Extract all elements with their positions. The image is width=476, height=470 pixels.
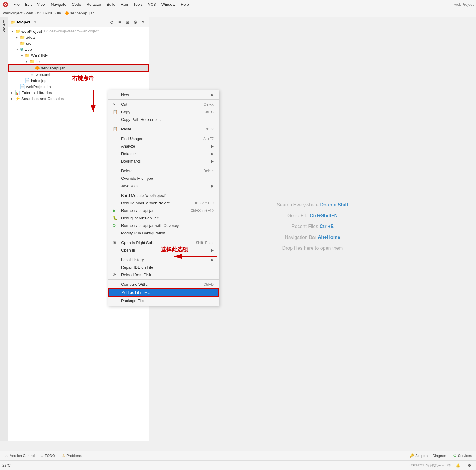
iml-icon: 📄	[20, 84, 25, 89]
status-settings[interactable]: ⚙	[465, 461, 474, 470]
cm-paste[interactable]: 📋 Paste Ctrl+V	[108, 125, 219, 133]
cm-copypath[interactable]: Copy Path/Reference...	[108, 116, 219, 123]
cm-sep-1	[108, 99, 219, 100]
menu-view[interactable]: View	[35, 1, 48, 8]
tree-item-idea[interactable]: ▶ 📁 .idea	[8, 34, 149, 40]
menu-refactor[interactable]: Refactor	[84, 1, 104, 8]
expand-btn[interactable]: ⊞	[124, 19, 131, 26]
hint-navbar: Navigation Bar Alt+Home	[285, 235, 340, 240]
cm-packagefile[interactable]: Package File	[108, 297, 219, 304]
arrow-idea[interactable]: ▶	[16, 36, 20, 39]
problems-icon: ⚠	[62, 453, 65, 458]
menu-build[interactable]: Build	[104, 1, 118, 8]
tab-sequencediagram[interactable]: 🔑 Sequence Diagram	[406, 452, 449, 459]
cm-runwithcoverage[interactable]: ⟳ Run 'servlet-api.jar' with Coverage	[108, 222, 219, 229]
tree-label-indexjsp: index.jsp	[31, 78, 46, 83]
tree-item-root[interactable]: ▼ 📁 webProject D:\ideawork\javasepro\web…	[8, 28, 149, 34]
breadcrumb-item-1[interactable]: web	[26, 11, 33, 15]
arrow-extlibs[interactable]: ▶	[11, 91, 15, 94]
tab-todo[interactable]: ≡ TODO	[38, 452, 58, 459]
tree-item-web[interactable]: ▼ ⊕ web	[8, 46, 149, 52]
cm-run[interactable]: ▶ Run 'servlet-api.jar' Ctrl+Shift+F10	[108, 207, 219, 214]
tree-label-lib: lib	[36, 59, 40, 64]
cm-addaslibrary[interactable]: Add as Library...	[108, 288, 219, 297]
coverage-icon: ⟳	[113, 223, 119, 228]
tab-versioncontrol[interactable]: ⎇ Version Control	[1, 452, 38, 459]
cm-openin[interactable]: Open In ▶	[108, 246, 219, 254]
project-side-panel[interactable]: Project	[0, 17, 8, 441]
cm-copy-label: Copy	[121, 110, 130, 114]
tree-item-servlet-jar[interactable]: 🔶 servlet-api.jar	[8, 64, 149, 72]
cm-repairide[interactable]: Repair IDE on File	[108, 264, 219, 271]
main-layout: Project 📁 Project ▼ ⊙ ≡ ⊞ ⚙ ✕ ▼ 📁 webPro…	[0, 17, 476, 441]
menu-bar: File Edit View Navigate Code Refactor Bu…	[0, 0, 476, 9]
cm-sep-3	[108, 134, 219, 134]
menu-run[interactable]: Run	[118, 1, 131, 8]
menu-code[interactable]: Code	[69, 1, 84, 8]
run-icon: ▶	[113, 208, 119, 213]
breadcrumb-item-2[interactable]: WEB-INF	[37, 11, 54, 15]
menu-navigate[interactable]: Navigate	[48, 1, 69, 8]
tree-item-webxml[interactable]: 📄 web.xml	[8, 72, 149, 78]
cm-findusages[interactable]: Find Usages Alt+F7	[108, 135, 219, 142]
cm-javadocs[interactable]: JavaDocs ▶	[108, 182, 219, 190]
arrow-web[interactable]: ▼	[16, 48, 20, 51]
tree-item-indexjsp[interactable]: 📄 index.jsp	[8, 78, 149, 84]
cm-reloadfromdisk-label: Reload from Disk	[121, 273, 151, 277]
cm-bookmarks[interactable]: Bookmarks ▶	[108, 157, 219, 165]
cm-comparewith-label: Compare With...	[121, 282, 149, 287]
cm-comparewith[interactable]: Compare With... Ctrl+D	[108, 281, 219, 288]
menu-help[interactable]: Help	[178, 1, 191, 8]
cm-analyze[interactable]: Analyze ▶	[108, 142, 219, 150]
arrow-root[interactable]: ▼	[11, 30, 15, 33]
cm-analyze-label: Analyze	[121, 144, 135, 148]
settings-btn[interactable]: ⚙	[132, 19, 139, 26]
arrow-scratches[interactable]: ▶	[11, 97, 15, 100]
cm-refactor[interactable]: Refactor ▶	[108, 150, 219, 157]
tree-item-lib[interactable]: ▼ 📁 lib	[8, 58, 149, 64]
cm-paste-shortcut: Ctrl+V	[204, 127, 214, 131]
jsp-icon: 📄	[25, 78, 30, 83]
locate-btn[interactable]: ⊙	[109, 19, 115, 26]
breadcrumb-item-0[interactable]: webProject	[3, 11, 22, 15]
cm-openrightsplit[interactable]: ⊞ Open in Right Split Shift+Enter	[108, 239, 219, 246]
cm-overridefiletype[interactable]: Override File Type	[108, 175, 219, 182]
dropdown-arrow[interactable]: ▼	[33, 20, 37, 24]
cm-debug[interactable]: 🐛 Debug 'servlet-api.jar'	[108, 214, 219, 222]
cm-cut[interactable]: ✂ Cut Ctrl+X	[108, 101, 219, 108]
cm-delete[interactable]: Delete... Delete	[108, 167, 219, 175]
cm-copy[interactable]: 📋 Copy Ctrl+C	[108, 108, 219, 116]
tab-services[interactable]: ⚙ Services	[450, 452, 475, 459]
breadcrumb-item-4[interactable]: 🔶 servlet-api.jar	[65, 11, 94, 15]
cm-new[interactable]: New ▶	[108, 91, 219, 99]
tree-path-root: D:\ideawork\javasepro\webProject	[44, 29, 98, 33]
tree-item-iml[interactable]: 📄 webProject.iml	[8, 84, 149, 90]
cm-run-label: Run 'servlet-api.jar'	[121, 208, 154, 213]
cm-new-arrow: ▶	[211, 93, 214, 97]
cm-localhistory[interactable]: Local History ▶	[108, 256, 219, 264]
cm-sep-8	[108, 279, 219, 280]
hint-recentfiles-text: Recent Files	[291, 224, 319, 229]
hint-dropfiles-text: Drop files here to open them	[282, 246, 343, 251]
collapse-btn[interactable]: ≡	[116, 19, 123, 26]
menu-window[interactable]: Window	[159, 1, 178, 8]
menu-file[interactable]: File	[11, 1, 22, 8]
tree-item-webinf[interactable]: ▼ 📁 WEB-INF	[8, 52, 149, 58]
cm-rebuildmodule[interactable]: Rebuild Module 'webProject' Ctrl+Shift+F…	[108, 199, 219, 207]
arrow-lib[interactable]: ▼	[25, 60, 29, 63]
cm-modifyrunconfig[interactable]: Modify Run Configuration...	[108, 229, 219, 237]
status-notifications[interactable]: 🔔	[454, 461, 462, 470]
tree-item-src[interactable]: 📁 src	[8, 40, 149, 46]
tab-problems[interactable]: ⚠ Problems	[59, 452, 85, 459]
breadcrumb-item-3[interactable]: lib	[57, 11, 61, 15]
arrow-webinf[interactable]: ▼	[20, 54, 25, 57]
folder-icon-lib: 📁	[29, 59, 35, 64]
cm-buildmodule[interactable]: Build Module 'webProject'	[108, 192, 219, 199]
close-btn[interactable]: ✕	[140, 19, 146, 26]
openrightsplit-icon: ⊞	[113, 240, 119, 245]
menu-tools[interactable]: Tools	[131, 1, 145, 8]
cm-reloadfromdisk[interactable]: ⟳ Reload from Disk	[108, 271, 219, 279]
menu-edit[interactable]: Edit	[23, 1, 34, 8]
menu-vcs[interactable]: VCS	[146, 1, 158, 8]
cm-paste-label: Paste	[121, 127, 131, 131]
